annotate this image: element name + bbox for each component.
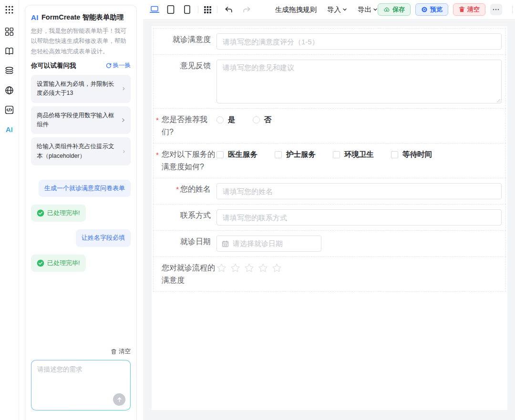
editor-toolbar: 生成拖拽规则 导入 导出 [143, 0, 515, 20]
chevron-right-icon [124, 150, 124, 153]
date-picker-input[interactable]: 请选择就诊日期 [216, 236, 321, 252]
radio-option[interactable]: 是 [216, 113, 236, 126]
form-field-row[interactable]: *您是否推荐我们?是否 [153, 108, 506, 143]
star-icon [217, 264, 226, 272]
suggestion-text: 设置输入框为必填，并限制长度必须大于13 [37, 80, 119, 98]
form-field-row[interactable]: 就诊日期请选择就诊日期 [153, 230, 506, 257]
field-label: 就诊满意度 [154, 33, 216, 46]
checkbox-option[interactable]: 环境卫生 [333, 148, 374, 161]
radio-icon[interactable] [253, 116, 260, 123]
assistant-message: 已处理完毕! [31, 255, 86, 272]
docs-icon[interactable] [4, 45, 15, 57]
refresh-suggestions-link[interactable]: 换一换 [106, 61, 131, 70]
field-control [216, 33, 502, 50]
required-asterisk: * [156, 114, 159, 126]
suggestion-card[interactable]: 设置输入框为必填，并限制长度必须大于13 [31, 75, 131, 103]
form-field-row[interactable]: 就诊满意度 [153, 28, 506, 55]
export-dropdown[interactable]: 导出 [358, 5, 378, 14]
form-field-row[interactable]: *您的姓名 [153, 178, 506, 205]
star-rating[interactable] [216, 262, 282, 273]
field-control: 医生服务护士服务环境卫生等待时间 [216, 148, 502, 161]
star-icon [273, 264, 281, 272]
checkbox-option[interactable]: 等待时间 [391, 148, 432, 161]
suggestion-card[interactable]: 商品价格字段使用数字输入框组件 [31, 106, 131, 134]
import-dropdown[interactable]: 导入 [327, 5, 347, 14]
radio-option[interactable]: 否 [253, 113, 272, 126]
chevron-right-icon [123, 119, 124, 122]
toolbar-separator [512, 6, 513, 13]
message-text: 让姓名字段必填 [82, 234, 125, 241]
form-field-row[interactable]: 联系方式 [153, 204, 506, 231]
formcreate-ai-logo: AI [31, 13, 39, 21]
chevron-down-icon [342, 7, 347, 12]
form-field-row[interactable]: 意见反馈 [153, 54, 506, 109]
ai-assistant-icon[interactable]: AI [4, 123, 15, 135]
checkbox-option[interactable]: 护士服务 [275, 148, 316, 161]
undo-button[interactable] [223, 4, 234, 15]
field-control: 请选择就诊日期 [216, 236, 502, 252]
form-field-row[interactable]: *您对以下服务的满意度如何?医生服务护士服务环境卫生等待时间 [153, 143, 506, 178]
star-icon [231, 264, 239, 272]
checkbox-icon[interactable] [333, 151, 340, 158]
generate-drag-rule-button[interactable]: 生成拖拽规则 [275, 5, 317, 14]
date-placeholder: 请选择就诊日期 [233, 239, 283, 248]
checkbox-icon[interactable] [275, 151, 282, 158]
device-phone-icon[interactable] [181, 4, 193, 15]
eye-icon [421, 6, 428, 13]
checkbox-icon[interactable] [216, 151, 224, 158]
text-input[interactable] [216, 209, 502, 225]
field-control [216, 209, 502, 225]
field-control [216, 183, 502, 199]
preview-button[interactable]: 预览 [415, 3, 448, 16]
toolbar-separator [198, 6, 198, 13]
chat-clear-button[interactable]: 清空 [31, 348, 131, 356]
redo-button[interactable] [241, 4, 252, 15]
check-circle-icon [37, 259, 44, 266]
trash-icon [459, 6, 465, 13]
app-root: AI AI FormCreate 智能表单助理 您好，我是您的智能表单助手！我可… [0, 0, 515, 420]
save-button[interactable]: 保存 [378, 3, 411, 16]
chat-input[interactable] [37, 365, 124, 395]
chat-card: AI FormCreate 智能表单助理 您好，我是您的智能表单助手！我可以帮助… [25, 5, 137, 420]
star-icon [259, 264, 267, 272]
option-label: 是 [228, 113, 236, 126]
message-text: 已处理完毕! [47, 209, 80, 217]
device-tablet-icon[interactable] [165, 4, 176, 15]
cloud-save-icon [383, 6, 390, 13]
text-input[interactable] [216, 183, 502, 199]
required-asterisk: * [176, 185, 179, 193]
form-field-row[interactable]: 您对就诊流程的满意度 [153, 256, 506, 292]
code-icon[interactable] [4, 104, 15, 115]
icon-rail: AI [0, 0, 19, 420]
field-label: *您是否推荐我们? [154, 113, 216, 138]
clear-form-button[interactable]: 清空 [453, 3, 485, 16]
refresh-icon [106, 63, 112, 69]
components-icon[interactable] [4, 26, 15, 37]
chat-panel: AI FormCreate 智能表单助理 您好，我是您的智能表单助手！我可以帮助… [19, 0, 143, 420]
trash-icon [111, 348, 117, 355]
field-label: *您的姓名 [154, 183, 216, 195]
suggestion-text: 商品价格字段使用数字输入框组件 [37, 111, 118, 130]
checkbox-option[interactable]: 医生服务 [216, 148, 258, 161]
textarea-input[interactable] [216, 60, 502, 103]
checkbox-icon[interactable] [391, 151, 398, 158]
text-input[interactable] [216, 33, 502, 50]
globe-icon[interactable] [4, 84, 15, 96]
ellipsis-icon [493, 9, 499, 10]
component-grid-icon[interactable] [204, 4, 212, 15]
option-label: 护士服务 [286, 148, 316, 161]
send-button[interactable] [113, 393, 125, 406]
option-label: 环境卫生 [344, 148, 374, 161]
field-label: 联系方式 [154, 209, 216, 222]
app-grid-icon[interactable] [4, 4, 15, 15]
device-laptop-icon[interactable] [149, 4, 160, 15]
chat-header: AI FormCreate 智能表单助理 [31, 13, 131, 22]
chat-input-container [31, 360, 131, 410]
database-icon[interactable] [4, 65, 15, 76]
field-control [216, 60, 502, 103]
chat-intro-text: 您好，我是您的智能表单助手！我可以帮助您快速生成和修改表单，帮助您轻松高效地完成… [31, 26, 131, 57]
more-actions-button[interactable] [490, 4, 502, 15]
radio-icon[interactable] [216, 116, 224, 123]
field-control: 是否 [216, 113, 502, 126]
suggestion-card[interactable]: 给输入类组件补充占位提示文本（placeholder） [31, 137, 131, 165]
